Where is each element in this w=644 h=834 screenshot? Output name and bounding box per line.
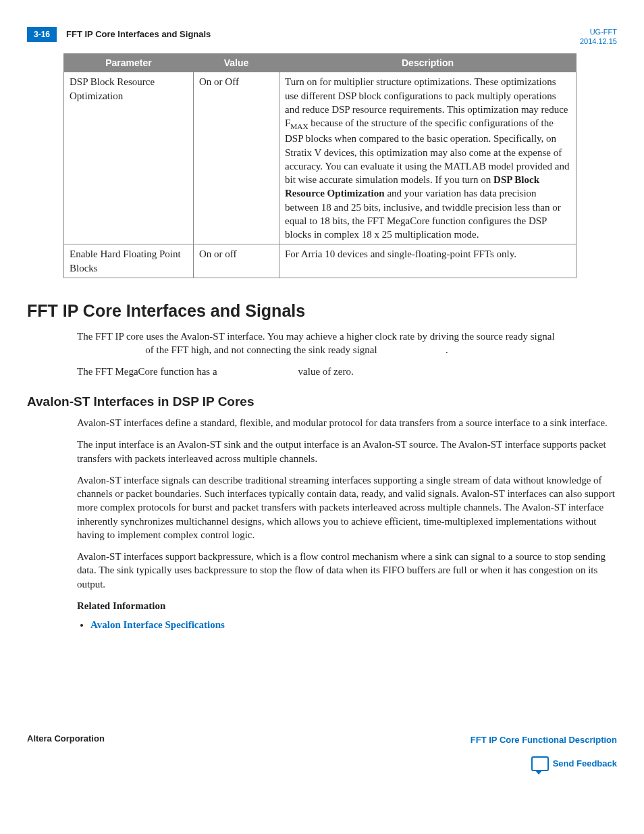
header-right: UG-FFT 2014.12.15 [580,27,617,47]
send-feedback-row[interactable]: Send Feedback [471,756,617,771]
body-paragraph: Avalon-ST interfaces define a standard, … [77,416,617,429]
feedback-bubble-icon [531,756,549,771]
footer-company: Altera Corporation [27,733,105,745]
doc-reference: UG-FFT [580,27,617,36]
parameter-table: Parameter Value Description DSP Block Re… [63,53,576,278]
col-header-parameter: Parameter [64,53,194,72]
related-link-avalon[interactable]: Avalon Interface Specifications [90,619,225,630]
table-row: DSP Block Resource Optimization On or Of… [64,72,576,244]
header-chapter-title: FFT IP Core Interfaces and Signals [66,28,211,41]
section-heading-avalon-st: Avalon-ST Interfaces in DSP IP Cores [27,393,617,411]
cell-param: DSP Block Resource Optimization [64,72,194,244]
page-header: 3-16 FFT IP Core Interfaces and Signals … [27,27,617,47]
page-number-badge: 3-16 [27,27,57,42]
send-feedback-link[interactable]: Send Feedback [553,758,617,770]
body-paragraph: Avalon-ST interface signals can describe… [77,473,617,542]
col-header-value: Value [194,53,279,72]
doc-date: 2014.12.15 [580,36,617,46]
body-paragraph: Avalon-ST interfaces support backpressur… [77,550,617,591]
footer-chapter-link[interactable]: FFT IP Core Functional Description [471,735,617,745]
related-info-heading: Related Information [77,599,617,613]
header-left: 3-16 FFT IP Core Interfaces and Signals [27,27,211,42]
footer-right: FFT IP Core Functional Description Send … [471,733,617,771]
cell-description: For Arria 10 devices and single-floating… [279,244,576,278]
cell-value: On or Off [194,72,279,244]
cell-value: On or off [194,244,279,278]
body-paragraph: The input interface is an Avalon-ST sink… [77,438,617,465]
list-item: Avalon Interface Specifications [90,618,617,631]
cell-param: Enable Hard Floating Point Blocks [64,244,194,278]
table-row: Enable Hard Floating Point Blocks On or … [64,244,576,278]
page-footer: Altera Corporation FFT IP Core Functiona… [27,733,617,771]
cell-description: Turn on for multiplier structure optimiz… [279,72,576,244]
body-paragraph: The FFT MegaCore function has a value of… [77,365,617,378]
col-header-description: Description [279,53,576,72]
section-heading-interfaces: FFT IP Core Interfaces and Signals [27,300,617,323]
body-paragraph: The FFT IP core uses the Avalon-ST inter… [77,330,617,357]
related-info-list: Avalon Interface Specifications [77,618,617,631]
